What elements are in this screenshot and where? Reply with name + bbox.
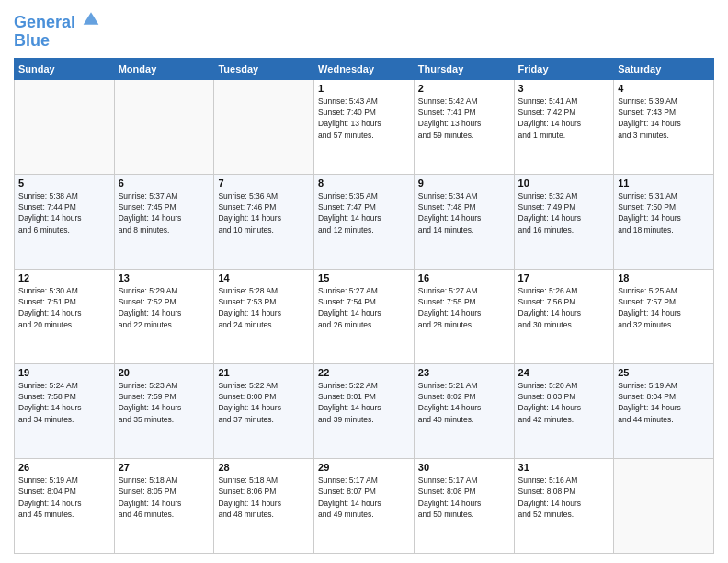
calendar-cell: 24Sunrise: 5:20 AM Sunset: 8:03 PM Dayli…	[514, 363, 614, 458]
day-info: Sunrise: 5:29 AM Sunset: 7:52 PM Dayligh…	[119, 285, 210, 330]
calendar-cell: 21Sunrise: 5:22 AM Sunset: 8:00 PM Dayli…	[214, 363, 314, 458]
calendar-cell: 3Sunrise: 5:41 AM Sunset: 7:42 PM Daylig…	[514, 79, 614, 174]
logo-general: General	[14, 13, 75, 31]
day-info: Sunrise: 5:17 AM Sunset: 8:07 PM Dayligh…	[318, 475, 410, 520]
calendar-cell: 2Sunrise: 5:42 AM Sunset: 7:41 PM Daylig…	[414, 79, 514, 174]
day-info: Sunrise: 5:25 AM Sunset: 7:57 PM Dayligh…	[618, 285, 710, 330]
calendar-cell: 17Sunrise: 5:26 AM Sunset: 7:56 PM Dayli…	[514, 269, 614, 363]
calendar-cell: 10Sunrise: 5:32 AM Sunset: 7:49 PM Dayli…	[514, 174, 614, 269]
calendar-cell: 20Sunrise: 5:23 AM Sunset: 7:59 PM Dayli…	[114, 363, 214, 458]
day-number: 2	[418, 83, 510, 94]
day-info: Sunrise: 5:35 AM Sunset: 7:47 PM Dayligh…	[318, 190, 410, 236]
calendar-header-sunday: Sunday	[15, 58, 115, 79]
day-number: 30	[418, 462, 510, 473]
day-number: 23	[418, 367, 510, 378]
calendar-cell: 5Sunrise: 5:38 AM Sunset: 7:44 PM Daylig…	[15, 174, 115, 269]
logo-icon	[82, 9, 100, 28]
calendar-cell: 29Sunrise: 5:17 AM Sunset: 8:07 PM Dayli…	[314, 458, 415, 553]
day-info: Sunrise: 5:34 AM Sunset: 7:48 PM Dayligh…	[418, 190, 510, 236]
day-number: 3	[518, 83, 610, 94]
calendar-cell: 28Sunrise: 5:18 AM Sunset: 8:06 PM Dayli…	[214, 458, 314, 553]
day-number: 12	[18, 272, 110, 283]
day-number: 11	[618, 178, 710, 189]
day-number: 16	[418, 272, 510, 283]
day-number: 21	[218, 367, 310, 378]
day-info: Sunrise: 5:20 AM Sunset: 8:03 PM Dayligh…	[518, 380, 610, 425]
calendar-cell: 11Sunrise: 5:31 AM Sunset: 7:50 PM Dayli…	[614, 174, 714, 269]
calendar-header-row: SundayMondayTuesdayWednesdayThursdayFrid…	[15, 58, 714, 79]
calendar-cell: 6Sunrise: 5:37 AM Sunset: 7:45 PM Daylig…	[114, 174, 214, 269]
calendar-week-4: 19Sunrise: 5:24 AM Sunset: 7:58 PM Dayli…	[15, 363, 714, 458]
day-info: Sunrise: 5:18 AM Sunset: 8:06 PM Dayligh…	[218, 475, 310, 520]
day-number: 28	[218, 462, 310, 473]
calendar-cell: 30Sunrise: 5:17 AM Sunset: 8:08 PM Dayli…	[414, 458, 514, 553]
page: General Blue SundayMondayTuesdayWednesda…	[0, 0, 728, 563]
logo: General Blue	[14, 9, 100, 51]
day-number: 17	[518, 272, 610, 283]
calendar-cell: 23Sunrise: 5:21 AM Sunset: 8:02 PM Dayli…	[414, 363, 514, 458]
calendar-header-saturday: Saturday	[614, 58, 714, 79]
calendar-cell: 1Sunrise: 5:43 AM Sunset: 7:40 PM Daylig…	[314, 79, 415, 174]
day-number: 20	[119, 367, 210, 378]
day-number: 9	[418, 178, 510, 189]
calendar-header-thursday: Thursday	[414, 58, 514, 79]
day-number: 22	[318, 367, 410, 378]
day-number: 10	[518, 178, 610, 189]
logo-blue: Blue	[14, 32, 100, 51]
day-number: 19	[18, 367, 110, 378]
day-number: 6	[119, 178, 210, 189]
day-info: Sunrise: 5:32 AM Sunset: 7:49 PM Dayligh…	[518, 190, 610, 236]
day-info: Sunrise: 5:22 AM Sunset: 8:01 PM Dayligh…	[318, 380, 410, 425]
day-number: 14	[218, 272, 310, 283]
day-number: 29	[318, 462, 410, 473]
day-info: Sunrise: 5:36 AM Sunset: 7:46 PM Dayligh…	[218, 190, 310, 236]
day-number: 15	[318, 272, 410, 283]
day-info: Sunrise: 5:19 AM Sunset: 8:04 PM Dayligh…	[618, 380, 710, 425]
day-number: 18	[618, 272, 710, 283]
day-number: 31	[518, 462, 610, 473]
calendar-cell: 4Sunrise: 5:39 AM Sunset: 7:43 PM Daylig…	[614, 79, 714, 174]
calendar-cell: 12Sunrise: 5:30 AM Sunset: 7:51 PM Dayli…	[15, 269, 115, 363]
calendar-header-tuesday: Tuesday	[214, 58, 314, 79]
day-info: Sunrise: 5:17 AM Sunset: 8:08 PM Dayligh…	[418, 475, 510, 520]
day-info: Sunrise: 5:30 AM Sunset: 7:51 PM Dayligh…	[18, 285, 110, 330]
day-info: Sunrise: 5:42 AM Sunset: 7:41 PM Dayligh…	[418, 96, 510, 141]
day-info: Sunrise: 5:27 AM Sunset: 7:55 PM Dayligh…	[418, 285, 510, 330]
header: General Blue	[14, 9, 714, 51]
day-number: 8	[318, 178, 410, 189]
day-info: Sunrise: 5:16 AM Sunset: 8:08 PM Dayligh…	[518, 475, 610, 520]
calendar-cell: 14Sunrise: 5:28 AM Sunset: 7:53 PM Dayli…	[214, 269, 314, 363]
calendar-cell: 31Sunrise: 5:16 AM Sunset: 8:08 PM Dayli…	[514, 458, 614, 553]
day-info: Sunrise: 5:27 AM Sunset: 7:54 PM Dayligh…	[318, 285, 410, 330]
day-number: 4	[618, 83, 710, 94]
day-number: 24	[518, 367, 610, 378]
calendar-cell: 15Sunrise: 5:27 AM Sunset: 7:54 PM Dayli…	[314, 269, 415, 363]
calendar-cell: 27Sunrise: 5:18 AM Sunset: 8:05 PM Dayli…	[114, 458, 214, 553]
calendar-cell	[15, 79, 115, 174]
calendar-table: SundayMondayTuesdayWednesdayThursdayFrid…	[14, 58, 714, 554]
calendar-header-monday: Monday	[114, 58, 214, 79]
calendar-cell	[614, 458, 714, 553]
calendar-cell: 7Sunrise: 5:36 AM Sunset: 7:46 PM Daylig…	[214, 174, 314, 269]
calendar-header-friday: Friday	[514, 58, 614, 79]
day-number: 1	[318, 83, 410, 94]
calendar-week-5: 26Sunrise: 5:19 AM Sunset: 8:04 PM Dayli…	[15, 458, 714, 553]
day-info: Sunrise: 5:37 AM Sunset: 7:45 PM Dayligh…	[119, 190, 210, 236]
day-info: Sunrise: 5:23 AM Sunset: 7:59 PM Dayligh…	[119, 380, 210, 425]
calendar-header-wednesday: Wednesday	[314, 58, 415, 79]
day-info: Sunrise: 5:24 AM Sunset: 7:58 PM Dayligh…	[18, 380, 110, 425]
day-info: Sunrise: 5:38 AM Sunset: 7:44 PM Dayligh…	[18, 190, 110, 236]
calendar-cell: 26Sunrise: 5:19 AM Sunset: 8:04 PM Dayli…	[15, 458, 115, 553]
day-number: 7	[218, 178, 310, 189]
logo-text: General	[14, 9, 100, 32]
day-number: 5	[18, 178, 110, 189]
day-number: 13	[119, 272, 210, 283]
calendar-cell: 9Sunrise: 5:34 AM Sunset: 7:48 PM Daylig…	[414, 174, 514, 269]
day-info: Sunrise: 5:28 AM Sunset: 7:53 PM Dayligh…	[218, 285, 310, 330]
calendar-cell	[214, 79, 314, 174]
calendar-week-2: 5Sunrise: 5:38 AM Sunset: 7:44 PM Daylig…	[15, 174, 714, 269]
calendar-cell: 13Sunrise: 5:29 AM Sunset: 7:52 PM Dayli…	[114, 269, 214, 363]
day-info: Sunrise: 5:43 AM Sunset: 7:40 PM Dayligh…	[318, 96, 410, 141]
calendar-cell: 16Sunrise: 5:27 AM Sunset: 7:55 PM Dayli…	[414, 269, 514, 363]
day-info: Sunrise: 5:19 AM Sunset: 8:04 PM Dayligh…	[18, 475, 110, 520]
